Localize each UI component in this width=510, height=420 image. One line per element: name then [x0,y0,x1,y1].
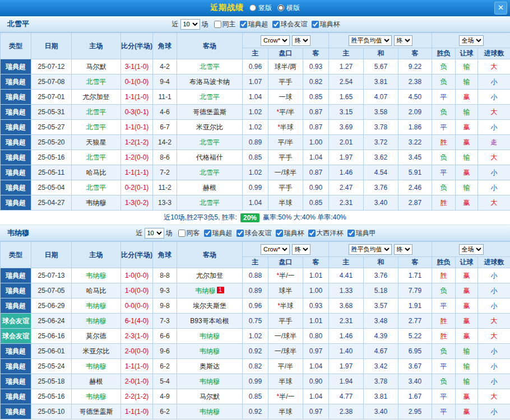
eu-home-odds-cell: 1.40 [329,344,364,359]
wdl-average-select[interactable]: 胜平负均值 [349,35,392,46]
vertical-radio[interactable] [249,4,256,11]
final-odds-select[interactable]: 终 [292,35,310,46]
handicap-cell: 一球 [268,90,303,105]
final-wdl-select[interactable]: 终 [394,244,412,255]
eu-draw-odds-cell: 3.78 [364,374,398,389]
goals-result-cell: 小 [478,120,510,135]
filter-checkbox[interactable] [276,230,283,237]
eu-home-odds-cell: 1.97 [329,359,364,374]
eu-home-odds-cell: 2.54 [329,74,364,90]
match-row: 瑞典超25-06-29韦纳穆0-0(0-0)9-8埃尔夫斯堡0.96*半球0.9… [1,298,510,314]
eu-away-odds-cell: 2.87 [398,195,432,211]
result-cell: 平 [432,389,456,404]
goals-result-cell: 小 [478,298,510,314]
near-count-select[interactable]: 10 [145,228,164,239]
home-team-cell: 韦纳穆 [72,314,121,329]
titlebar: 近期战绩 竖版 横版 ✕ [0,0,510,16]
filter-option[interactable]: 瑞典甲 [347,228,376,238]
date-cell: 25-05-10 [31,404,72,419]
eu-home-odds-cell: 2.01 [329,135,364,150]
final-wdl-select[interactable]: 终 [394,35,412,46]
result-cell: 胜 [432,195,456,211]
home-team-cell: 北雪平 [72,120,121,135]
close-icon[interactable]: ✕ [494,2,507,15]
match-scope-select[interactable]: 全场 [459,244,484,255]
eu-draw-odds-cell: 3.81 [364,74,398,90]
league-cell: 瑞典超 [1,374,31,389]
eu-draw-odds-cell: 3.76 [364,268,398,283]
eu-draw-odds-cell: 3.40 [364,195,398,211]
goals-result-cell: 大 [478,389,510,404]
corners-cell: 11-2 [153,180,177,195]
filter-option[interactable]: 大西洋杯 [308,228,344,238]
eu-draw-odds-cell: 3.62 [364,150,398,165]
filter-option[interactable]: 球会友谊 [237,228,272,238]
result-cell: 平 [432,404,456,419]
match-row: 瑞典超25-05-11哈马比1-1(1-1)7-2北雪平1.02一/球半0.87… [1,165,510,180]
ah-home-odds-cell: 1.04 [243,90,268,105]
corners-cell: 5-4 [153,374,177,389]
handicap-cell: 平手 [268,180,303,195]
ah-home-odds-cell: 0.92 [243,404,268,419]
home-team-cell: 天狼星 [72,135,121,150]
filter-checkbox[interactable] [272,21,280,28]
filter-label: 瑞典超 [212,228,233,238]
final-odds-select[interactable]: 终 [292,244,310,255]
filter-option[interactable]: 瑞典杯 [276,228,304,238]
eu-draw-odds-cell: 3.58 [364,105,398,120]
away-team-name: 韦纳穆 [200,408,220,416]
filter-checkbox[interactable] [312,21,319,28]
away-team-name: 韦纳穆 [200,332,220,340]
handicap-cell: 一/球半 [268,344,303,359]
score-cell: 0-1(0-0) [121,74,153,90]
eu-home-odds-cell: 3.68 [329,298,364,314]
date-cell: 25-05-16 [31,150,72,165]
filter-option[interactable]: 同主 [214,20,236,29]
filter-checkbox[interactable] [347,230,355,237]
goals-result-cell: 小 [478,359,510,374]
filter-option[interactable]: 同客 [178,228,200,238]
wdl-average-select[interactable]: 胜平负均值 [349,244,392,255]
away-team-cell: 赫根 [177,180,243,195]
goals-result-cell: 小 [478,268,510,283]
goals-result-cell: 小 [478,74,510,90]
filter-option[interactable]: 瑞典超 [204,228,233,238]
filter-option[interactable]: 瑞典超 [240,20,268,29]
filter-checkbox[interactable] [237,230,244,237]
league-cell: 球会友谊 [1,314,31,329]
filter-bar: 近10场同客瑞典超球会友谊瑞典杯大西洋杯瑞典甲 [135,228,376,239]
filter-checkbox[interactable] [308,230,316,237]
filter-checkbox[interactable] [240,21,247,28]
eu-away-odds-cell: 3.22 [398,135,432,150]
away-team-cell: 哥德堡盖斯 [177,105,243,120]
handicap-star: * [277,123,280,131]
ah-away-odds-cell: 0.80 [303,329,329,344]
near-count-select[interactable]: 10 [180,19,200,30]
odds-company-select[interactable]: Crow* [261,35,290,46]
goals-result-cell: 大 [478,195,510,211]
eu-home-odds-cell: 2.31 [329,195,364,211]
filter-option[interactable]: 瑞典杯 [312,20,340,29]
vertical-radio-label: 竖版 [258,3,272,13]
result-cell: 平 [432,90,456,105]
goals-result-cell: 小 [478,374,510,389]
result-cell: 负 [432,283,456,298]
odds-company-select[interactable]: Crow* [261,244,290,255]
filter-checkbox[interactable] [204,230,211,237]
filter-checkbox[interactable] [178,230,186,237]
home-team-cell: 米亚尔比 [72,344,121,359]
matches-label: 场 [202,20,208,29]
horizontal-radio[interactable] [277,4,284,11]
ah-away-odds-cell: 1.04 [303,389,329,404]
filter-option[interactable]: 球会友谊 [272,20,308,29]
layout-vertical-option[interactable]: 竖版 [249,3,272,13]
filter-checkbox[interactable] [214,21,221,28]
corners-cell: 7-2 [153,165,177,180]
match-scope-select[interactable]: 全场 [459,35,484,46]
league-cell: 瑞典超 [1,74,31,90]
score-cell: 1-1(1-0) [121,90,153,105]
handicap-cell: 平手 [268,150,303,165]
date-cell: 25-05-11 [31,165,72,180]
match-row: 瑞典超25-04-27韦纳穆1-3(0-2)13-3北雪平1.04半球0.852… [1,195,510,211]
layout-horizontal-option[interactable]: 横版 [277,3,300,13]
